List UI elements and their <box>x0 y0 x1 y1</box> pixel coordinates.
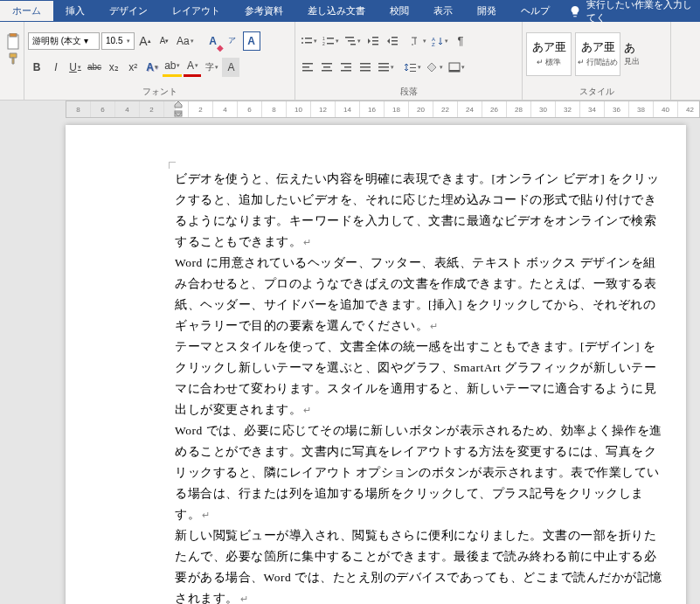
numbering-button[interactable]: 12 <box>321 31 341 51</box>
svg-rect-35 <box>378 70 389 72</box>
font-name-combo[interactable]: 游明朝 (本文 ▾ <box>28 32 100 50</box>
clipboard-label <box>3 96 20 100</box>
svg-rect-28 <box>344 66 351 68</box>
svg-rect-13 <box>372 37 378 38</box>
clear-format-button[interactable]: A◆ <box>204 31 222 51</box>
tab-home[interactable]: ホーム <box>0 1 53 21</box>
svg-rect-38 <box>410 71 416 72</box>
styles-group: あア亜 ↵ 標準 あア亜 ↵ 行間詰め あ 見出 スタイル <box>523 22 671 100</box>
svg-rect-33 <box>378 63 389 65</box>
tab-design[interactable]: デザイン <box>97 1 160 21</box>
text-effect-button[interactable]: A <box>143 58 161 77</box>
paragraph: 新しい閲覧ビューが導入され、閲覧もさらに便利になりました。文書の一部を折りたたん… <box>175 529 662 604</box>
style-label: ↵ 標準 <box>537 57 562 68</box>
tab-mailings[interactable]: 差し込み文書 <box>295 1 378 21</box>
indent-marker-icon[interactable] <box>174 101 183 118</box>
svg-rect-34 <box>378 66 389 68</box>
clipboard-group <box>0 22 24 100</box>
svg-rect-14 <box>372 40 378 42</box>
svg-rect-21 <box>302 63 313 65</box>
italic-button[interactable]: I <box>47 58 65 77</box>
svg-rect-24 <box>322 63 332 65</box>
paragraph: Word に用意されているヘッダー、フッター、表紙、テキスト ボックス デザイン… <box>175 256 656 332</box>
style-nospacing[interactable]: あア亜 ↵ 行間詰め <box>575 32 620 76</box>
paragraph-group-label: 段落 <box>299 84 518 100</box>
multilevel-button[interactable] <box>343 31 363 51</box>
char-shading-button[interactable]: A <box>222 58 239 77</box>
char-border-button[interactable]: A <box>243 31 260 51</box>
style-sample: あア亜 <box>532 39 566 55</box>
paragraph: テーマとスタイルを使って、文書全体の統一感を出すこともできます。[デザイン] を… <box>175 340 656 416</box>
tab-references[interactable]: 参考資料 <box>232 1 295 21</box>
font-color-button[interactable]: A <box>184 58 201 77</box>
tab-help[interactable]: ヘルプ <box>509 1 562 21</box>
align-justify-button[interactable] <box>357 58 374 77</box>
style-normal[interactable]: あア亜 ↵ 標準 <box>526 32 572 76</box>
shading-button[interactable] <box>425 58 445 77</box>
subscript-button[interactable]: x₂ <box>105 58 122 77</box>
tab-insert[interactable]: 挿入 <box>53 1 97 21</box>
align-left-button[interactable] <box>299 58 316 77</box>
enclose-char-button[interactable]: 字 <box>203 58 220 77</box>
margin-corner-icon <box>169 162 176 169</box>
change-case-button[interactable]: Aa <box>175 31 196 51</box>
style-heading-partial[interactable]: あ 見出 <box>624 40 650 67</box>
font-size-combo[interactable]: 10.5▾ <box>101 32 135 50</box>
svg-rect-18 <box>392 44 398 45</box>
svg-rect-9 <box>327 43 334 45</box>
svg-rect-23 <box>302 70 313 72</box>
format-painter-icon <box>8 52 18 65</box>
indent-inc-button[interactable] <box>384 31 401 51</box>
svg-rect-29 <box>341 70 351 72</box>
paragraph: Word では、必要に応じてその場に新しいボタンが表示されるため、効率よく操作を… <box>175 424 662 521</box>
strike-button[interactable]: abc <box>86 58 103 77</box>
svg-rect-16 <box>392 37 398 38</box>
font-group: 游明朝 (本文 ▾ 10.5▾ A▴ A▾ Aa A◆ ア A B I U ab… <box>24 22 295 100</box>
indent-dec-button[interactable] <box>364 31 382 51</box>
svg-rect-15 <box>372 44 378 45</box>
tab-developer[interactable]: 開発 <box>465 1 509 21</box>
svg-rect-3 <box>305 38 312 39</box>
svg-point-4 <box>301 42 303 44</box>
paste-button[interactable] <box>3 24 23 74</box>
superscript-button[interactable]: x² <box>124 58 142 77</box>
horizontal-ruler[interactable]: 8642246810121416182022242628303234363840… <box>66 101 700 118</box>
tell-me-text: 実行したい作業を入力してく <box>586 0 700 24</box>
sort-button[interactable]: AZ <box>430 31 450 51</box>
lightbulb-icon <box>569 5 581 17</box>
svg-rect-26 <box>322 70 332 72</box>
styles-group-label: スタイル <box>526 84 667 100</box>
style-sample: あ <box>624 40 635 56</box>
svg-rect-1 <box>10 33 17 37</box>
style-sample: あア亜 <box>581 39 615 55</box>
align-right-button[interactable] <box>337 58 355 77</box>
line-spacing-button[interactable] <box>403 58 423 77</box>
bold-button[interactable]: B <box>28 58 45 77</box>
show-marks-button[interactable]: ¶ <box>452 31 469 51</box>
paragraph: ビデオを使うと、伝えたい内容を明確に表現できます。[オンライン ビデオ] をクリ… <box>175 172 659 248</box>
document-body[interactable]: ビデオを使うと、伝えたい内容を明確に表現できます。[オンライン ビデオ] をクリ… <box>175 169 664 604</box>
borders-button[interactable] <box>447 58 467 77</box>
style-label: ↵ 行間詰め <box>578 57 619 68</box>
tell-me[interactable]: 実行したい作業を入力してく <box>569 0 700 24</box>
grow-font-button[interactable]: A▴ <box>136 31 154 51</box>
svg-rect-7 <box>327 38 334 39</box>
document-page[interactable]: ビデオを使うと、伝えたい内容を明確に表現できます。[オンライン ビデオ] をクリ… <box>66 125 686 604</box>
svg-rect-27 <box>341 63 351 65</box>
svg-rect-30 <box>360 63 371 65</box>
align-distribute-button[interactable] <box>376 58 396 77</box>
highlight-button[interactable]: ab <box>163 58 182 77</box>
text-direction-button[interactable] <box>408 31 428 51</box>
tab-layout[interactable]: レイアウト <box>160 1 232 21</box>
bullets-button[interactable] <box>299 31 319 51</box>
tab-review[interactable]: 校閲 <box>378 1 421 21</box>
phonetic-button[interactable]: ア <box>224 31 241 51</box>
underline-button[interactable]: U <box>66 58 84 77</box>
font-group-label: フォント <box>28 84 291 100</box>
svg-rect-10 <box>345 37 354 38</box>
svg-rect-17 <box>392 40 398 42</box>
tab-view[interactable]: 表示 <box>421 1 465 21</box>
shrink-font-button[interactable]: A▾ <box>156 31 173 51</box>
svg-rect-37 <box>410 67 416 68</box>
align-center-button[interactable] <box>318 58 336 77</box>
